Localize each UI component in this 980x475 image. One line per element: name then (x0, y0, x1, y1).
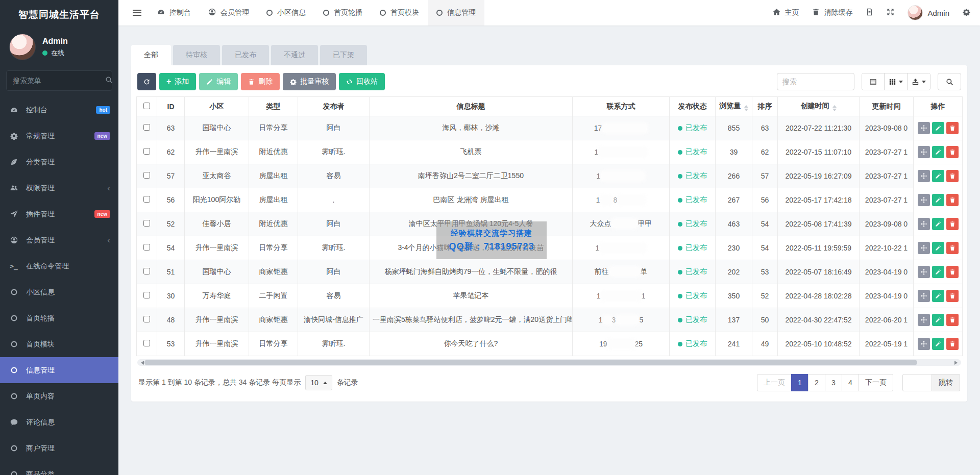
export-button[interactable] (908, 73, 930, 90)
sidebar-item-category[interactable]: 分类管理 (0, 149, 118, 175)
sidebar-item-permission[interactable]: 权限管理 ‹ (0, 175, 118, 201)
edit-row-button[interactable] (932, 242, 944, 254)
refresh-button[interactable] (137, 73, 156, 90)
delete-row-button[interactable] (946, 194, 959, 206)
sort-toggle[interactable] (832, 105, 837, 111)
scrollbar-thumb[interactable] (144, 360, 917, 365)
prev-page-button[interactable]: 上一页 (757, 374, 792, 391)
columns-button[interactable] (885, 73, 908, 90)
delete-row-button[interactable] (946, 242, 959, 254)
clear-cache-link[interactable]: 清除缓存 (805, 0, 859, 26)
delete-button[interactable]: 删除 (241, 73, 280, 90)
move-button[interactable] (918, 314, 930, 326)
sidebar-item-merchant[interactable]: 商户管理 (0, 435, 118, 461)
scroll-left-icon[interactable] (139, 361, 144, 365)
page-button-4[interactable]: 4 (842, 374, 859, 391)
edit-row-button[interactable] (932, 266, 944, 278)
home-link[interactable]: 主页 (766, 0, 805, 26)
delete-row-button[interactable] (946, 314, 959, 326)
sidebar-item-console[interactable]: 控制台 hot (0, 97, 118, 123)
row-checkbox[interactable] (143, 340, 150, 346)
sidebar-item-command[interactable]: >_ 在线命令管理 (0, 253, 118, 279)
tab-pending[interactable]: 待审核 (173, 45, 220, 65)
edit-row-button[interactable] (932, 218, 944, 230)
jump-page-input[interactable] (902, 374, 932, 391)
sidebar-item-comment[interactable]: 评论信息 (0, 409, 118, 435)
row-checkbox[interactable] (143, 316, 150, 322)
page-button-2[interactable]: 2 (808, 374, 825, 391)
edit-row-button[interactable] (932, 146, 944, 158)
sort-toggle[interactable] (744, 105, 748, 111)
sidebar-item-info[interactable]: 信息管理 (0, 357, 118, 383)
nav-tab-info[interactable]: 信息管理 (428, 0, 484, 26)
move-button[interactable] (918, 290, 930, 302)
delete-row-button[interactable] (946, 338, 959, 350)
search-button[interactable] (938, 73, 961, 90)
add-button[interactable]: +添加 (159, 73, 196, 90)
detail-view-button[interactable] (862, 73, 885, 90)
edit-row-button[interactable] (932, 170, 944, 182)
next-page-button[interactable]: 下一页 (859, 374, 893, 391)
move-button[interactable] (918, 218, 930, 230)
edit-row-button[interactable] (932, 314, 944, 326)
scroll-right-icon[interactable] (954, 361, 960, 365)
delete-row-button[interactable] (946, 170, 959, 182)
delete-row-button[interactable] (946, 146, 959, 158)
sidebar-item-community[interactable]: 小区信息 (0, 279, 118, 305)
edit-row-button[interactable] (932, 290, 944, 302)
sidebar-item-module[interactable]: 首页模块 (0, 331, 118, 357)
log-button[interactable] (859, 0, 880, 26)
settings-button[interactable] (956, 0, 977, 26)
row-checkbox[interactable] (143, 148, 150, 155)
move-button[interactable] (918, 122, 930, 134)
jump-button[interactable]: 跳转 (932, 374, 960, 391)
move-button[interactable] (918, 266, 930, 278)
nav-tab-module[interactable]: 首页模块 (371, 0, 428, 26)
tab-all[interactable]: 全部 (131, 45, 171, 65)
edit-row-button[interactable] (932, 194, 944, 206)
row-checkbox[interactable] (143, 244, 150, 251)
row-checkbox[interactable] (143, 196, 150, 203)
page-button-1[interactable]: 1 (791, 374, 808, 391)
row-checkbox[interactable] (143, 124, 150, 131)
row-checkbox[interactable] (143, 292, 150, 298)
select-all-checkbox[interactable] (143, 103, 150, 109)
edit-row-button[interactable] (932, 338, 944, 350)
delete-row-button[interactable] (946, 266, 959, 278)
nav-tab-banner[interactable]: 首页轮播 (314, 0, 371, 26)
move-button[interactable] (918, 338, 930, 350)
move-button[interactable] (918, 170, 930, 182)
nav-tab-console[interactable]: 控制台 (149, 0, 200, 26)
tab-rejected[interactable]: 不通过 (271, 45, 318, 65)
sidebar-item-page[interactable]: 单页内容 (0, 383, 118, 409)
nav-tab-community[interactable]: 小区信息 (258, 0, 314, 26)
batch-audit-button[interactable]: 批量审核 (283, 73, 336, 90)
tab-offline[interactable]: 已下架 (320, 45, 367, 65)
tab-published[interactable]: 已发布 (222, 45, 269, 65)
account-menu[interactable]: Admin (901, 0, 956, 26)
edit-row-button[interactable] (932, 122, 944, 134)
row-checkbox[interactable] (143, 268, 150, 274)
sidebar-search-input[interactable] (13, 77, 105, 85)
row-checkbox[interactable] (143, 172, 150, 179)
delete-row-button[interactable] (946, 218, 959, 230)
delete-row-button[interactable] (946, 122, 959, 134)
row-checkbox[interactable] (143, 220, 150, 227)
sidebar-item-member[interactable]: 会员管理 ‹ (0, 227, 118, 253)
edit-button[interactable]: 编辑 (199, 73, 238, 90)
move-button[interactable] (918, 194, 930, 206)
recycle-button[interactable]: 回收站 (339, 73, 385, 90)
nav-tab-member[interactable]: 会员管理 (200, 0, 258, 26)
sidebar-item-plugin[interactable]: 插件管理 new (0, 201, 118, 227)
sidebar-item-general[interactable]: 常规管理 new (0, 123, 118, 149)
delete-row-button[interactable] (946, 290, 959, 302)
move-button[interactable] (918, 146, 930, 158)
page-size-select[interactable]: 10 (305, 375, 332, 390)
sidebar-item-goods[interactable]: 商品分类 (0, 461, 118, 475)
page-button-3[interactable]: 3 (825, 374, 842, 391)
fullscreen-button[interactable] (880, 0, 901, 26)
move-button[interactable] (918, 242, 930, 254)
menu-toggle-button[interactable] (126, 0, 149, 26)
table-search-input[interactable] (777, 73, 854, 90)
sidebar-item-banner[interactable]: 首页轮播 (0, 305, 118, 331)
